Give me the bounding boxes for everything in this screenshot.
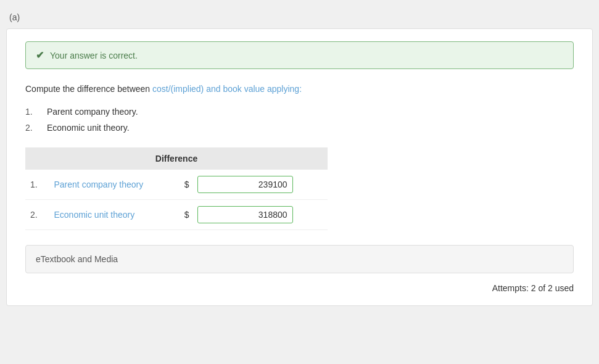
attempts-text: Attempts: 2 of 2 used: [492, 283, 574, 293]
row-num: 1.: [25, 170, 49, 200]
list-item-text: Parent company theory.: [47, 107, 138, 117]
main-card: ✔ Your answer is correct. Compute the di…: [6, 28, 593, 306]
input-cell: [192, 170, 328, 200]
table-row: 1. Parent company theory $: [25, 170, 328, 200]
outer-container: (a) ✔ Your answer is correct. Compute th…: [6, 6, 593, 312]
row-label: Parent company theory: [49, 170, 176, 200]
part-label: (a): [6, 12, 593, 22]
row-num: 2.: [25, 200, 49, 230]
instruction-prefix: Compute the difference between: [25, 84, 152, 94]
etextbook-label: eTextbook and Media: [36, 254, 118, 264]
list-item-text: Economic unit theory.: [47, 123, 130, 133]
list-item-num: 2.: [25, 123, 47, 133]
attempts-row: Attempts: 2 of 2 used: [25, 283, 574, 293]
table-row: 2. Economic unit theory $: [25, 200, 328, 230]
dollar-sign: $: [176, 170, 192, 200]
instruction-highlight: cost/(implied) and book value applying:: [152, 84, 302, 94]
correct-text: Your answer is correct.: [50, 51, 138, 60]
table-container: Difference 1. Parent company theory $ 2.: [25, 147, 574, 230]
list-item: 2. Economic unit theory.: [25, 123, 574, 133]
parent-company-input[interactable]: [197, 176, 293, 193]
check-icon: ✔: [36, 49, 44, 61]
table-header: Difference: [25, 147, 328, 170]
etextbook-bar[interactable]: eTextbook and Media: [25, 245, 574, 273]
input-cell: [192, 200, 328, 230]
list-item: 1. Parent company theory.: [25, 107, 574, 117]
correct-banner: ✔ Your answer is correct.: [25, 41, 574, 69]
numbered-list: 1. Parent company theory. 2. Economic un…: [25, 107, 574, 133]
economic-unit-input[interactable]: [197, 206, 293, 223]
instruction-text: Compute the difference between cost/(imp…: [25, 83, 574, 96]
row-label: Economic unit theory: [49, 200, 176, 230]
data-table: Difference 1. Parent company theory $ 2.: [25, 147, 328, 230]
dollar-sign: $: [176, 200, 192, 230]
list-item-num: 1.: [25, 107, 47, 117]
